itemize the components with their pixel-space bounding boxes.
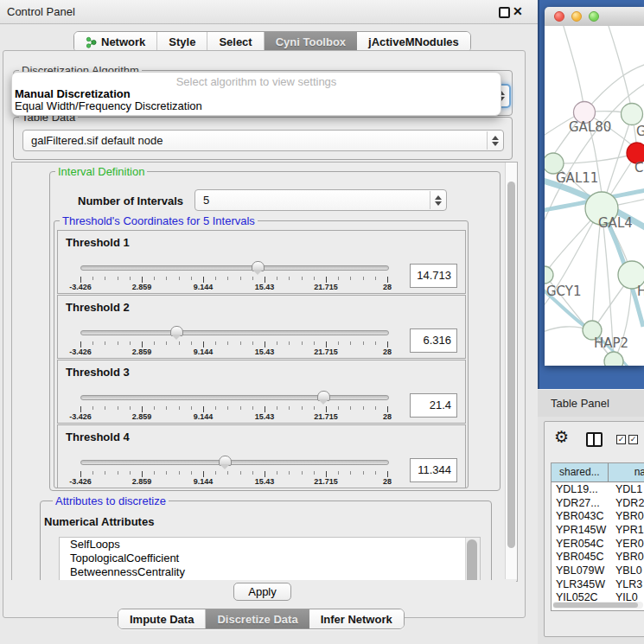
slider-thumb[interactable] xyxy=(317,391,330,401)
network-view-frame: GAL80 GA GAL11 C GAL4 GCY1 H HAP2 xyxy=(538,0,644,389)
combo-stepper-icon xyxy=(487,131,502,150)
network-window: GAL80 GA GAL11 C GAL4 GCY1 H HAP2 xyxy=(545,7,644,366)
table-horizontal-scrollbar-thumb[interactable] xyxy=(553,603,638,608)
close-traffic-light-icon[interactable] xyxy=(554,11,564,22)
slider-tick-labels: -3.4262.8599.14415.4321.71528 xyxy=(80,412,388,421)
threshold-2-panel: Threshold 2 -3.4262.8599.14415.4321.7152… xyxy=(57,295,466,359)
dropdown-option-equal-width[interactable]: Equal Width/Frequency Discretization xyxy=(15,99,498,112)
tab-network[interactable]: Network xyxy=(74,32,157,52)
table-row[interactable]: YLR345WYLR3 xyxy=(552,577,644,591)
list-item[interactable]: TopologicalCoefficient xyxy=(60,552,480,565)
table-data-value: galFiltered.sif default node xyxy=(23,131,503,150)
cyni-toolbox-pane: Discretization Algorithm Select algorith… xyxy=(3,50,526,618)
node-label: GCY1 xyxy=(546,284,582,299)
slider-tick-labels: -3.4262.8599.14415.4321.71528 xyxy=(80,283,388,291)
tab-label: Discretize Data xyxy=(217,613,297,626)
apply-button[interactable]: Apply xyxy=(233,583,291,601)
node-label: H xyxy=(637,284,644,299)
list-scrollbar-thumb[interactable] xyxy=(467,539,477,582)
slider-thumb[interactable] xyxy=(170,326,183,336)
minimize-traffic-light-icon[interactable] xyxy=(571,11,582,22)
tab-jactivemnodules[interactable]: jActiveMNodules xyxy=(357,32,470,52)
network-node xyxy=(545,266,553,284)
group-title: Threshold's Coordinates for 5 Intervals xyxy=(60,214,258,227)
table-data-group: Table Data galFiltered.sif default node xyxy=(13,117,513,160)
tab-label: Style xyxy=(169,35,195,48)
network-icon xyxy=(86,36,97,48)
checkbox-icon[interactable]: ✓ xyxy=(616,435,626,444)
table-data-combobox[interactable]: galFiltered.sif default node xyxy=(22,130,504,151)
list-item[interactable]: SelfLoops xyxy=(60,538,480,552)
threshold-3-panel: Threshold 3 -3.4262.8599.14415.4321.7152… xyxy=(57,360,466,424)
numerical-attributes-label: Numerical Attributes xyxy=(44,515,154,528)
node-label: C xyxy=(634,160,643,175)
threshold-value-field[interactable]: 11.344 xyxy=(410,458,457,482)
dropdown-option-manual[interactable]: Manual Discretization xyxy=(15,87,498,100)
tab-discretize-data[interactable]: Discretize Data xyxy=(206,609,309,628)
threshold-value-field[interactable]: 14.713 xyxy=(410,264,457,288)
slider-tick-labels: -3.4262.8599.14415.4321.71528 xyxy=(80,477,388,486)
tab-select[interactable]: Select xyxy=(207,32,264,52)
network-node xyxy=(604,352,623,366)
threshold-value-field[interactable]: 6.316 xyxy=(410,328,457,353)
checkbox-icon[interactable]: ✓ xyxy=(628,435,638,444)
network-canvas[interactable]: GAL80 GA GAL11 C GAL4 GCY1 H HAP2 xyxy=(545,26,644,366)
table-panel-titlebar: Table Panel xyxy=(538,389,644,418)
table-panel-body: ⚙ ✓ ✓ shared... na YDL19...YDL1 YDR27...… xyxy=(538,417,644,644)
network-graph: GAL80 GA GAL11 C GAL4 GCY1 H HAP2 xyxy=(545,26,644,366)
tab-label: Impute Data xyxy=(130,613,194,626)
network-window-titlebar xyxy=(545,7,644,27)
table-horizontal-scrollbar[interactable] xyxy=(552,602,643,609)
list-item[interactable]: BetweennessCentrality xyxy=(60,565,480,579)
number-of-intervals-combobox[interactable]: 5 xyxy=(194,189,447,211)
table-row[interactable]: YBR045CYBR0 xyxy=(552,550,644,564)
slider-thumb[interactable] xyxy=(252,261,265,271)
tab-cyni-toolbox[interactable]: Cyni Toolbox xyxy=(265,32,357,52)
control-panel: Control Panel ✕ Network Style Select Cyn… xyxy=(0,0,538,644)
slider-track[interactable] xyxy=(80,395,389,400)
number-of-intervals-value: 5 xyxy=(195,190,446,210)
number-of-intervals-label: Number of Intervals xyxy=(78,194,183,207)
gear-icon[interactable]: ⚙ xyxy=(554,429,569,445)
table-row[interactable]: YBL079WYBL0 xyxy=(552,564,644,577)
table-panel-inner: ⚙ ✓ ✓ shared... na YDL19...YDL1 YDR27...… xyxy=(544,421,644,637)
control-panel-titlebar: Control Panel ✕ xyxy=(0,0,538,24)
columns-icon[interactable] xyxy=(586,432,603,447)
threshold-value-field[interactable]: 21.4 xyxy=(410,393,457,418)
node-label: GA xyxy=(636,124,644,139)
node-label: HAP2 xyxy=(594,335,628,351)
threshold-4-panel: Threshold 4 -3.4262.8599.14415.4321.7152… xyxy=(57,424,466,488)
close-icon[interactable]: ✕ xyxy=(513,4,523,18)
float-window-icon[interactable] xyxy=(499,7,510,18)
group-title: Attributes to discretize xyxy=(53,494,169,507)
tab-infer-network[interactable]: Infer Network xyxy=(309,609,404,628)
numerical-attributes-list[interactable]: SelfLoops TopologicalCoefficient Between… xyxy=(59,537,481,582)
slider-track[interactable] xyxy=(80,460,389,465)
combo-stepper-icon xyxy=(430,191,445,209)
slider-tick-labels: -3.4262.8599.14415.4321.71528 xyxy=(80,348,388,356)
panel-scrollbar[interactable] xyxy=(505,163,517,579)
table-row[interactable]: YDR27...YDR2 xyxy=(552,496,644,510)
tab-label: Infer Network xyxy=(321,613,392,626)
tab-impute-data[interactable]: Impute Data xyxy=(118,609,206,628)
tab-style[interactable]: Style xyxy=(157,32,207,52)
slider-track[interactable] xyxy=(80,330,389,335)
app-window: Control Panel ✕ Network Style Select Cyn… xyxy=(0,0,644,644)
table-row[interactable]: YPR145WYPR1 xyxy=(552,523,644,537)
table-row[interactable]: YDL19...YDL1 xyxy=(552,482,644,496)
column-header[interactable]: na xyxy=(609,463,644,481)
apply-row: Apply xyxy=(11,580,516,606)
threshold-label: Threshold 3 xyxy=(66,366,130,379)
table-row[interactable]: YBR043CYBR0 xyxy=(552,509,644,523)
panel-title: Control Panel xyxy=(7,5,75,18)
panel-scrollbar-thumb[interactable] xyxy=(507,182,515,548)
column-header[interactable]: shared... xyxy=(552,463,609,481)
slider-track[interactable] xyxy=(80,265,389,271)
thresholds-group: Threshold's Coordinates for 5 Intervals … xyxy=(54,220,469,488)
table-row[interactable]: YER054CYER0 xyxy=(552,537,644,551)
tab-label: Select xyxy=(219,35,252,48)
threshold-label: Threshold 1 xyxy=(66,236,130,249)
dropdown-hint: Select algorithm to view settings xyxy=(12,75,501,88)
slider-thumb[interactable] xyxy=(219,456,232,466)
zoom-traffic-light-icon[interactable] xyxy=(589,11,599,22)
